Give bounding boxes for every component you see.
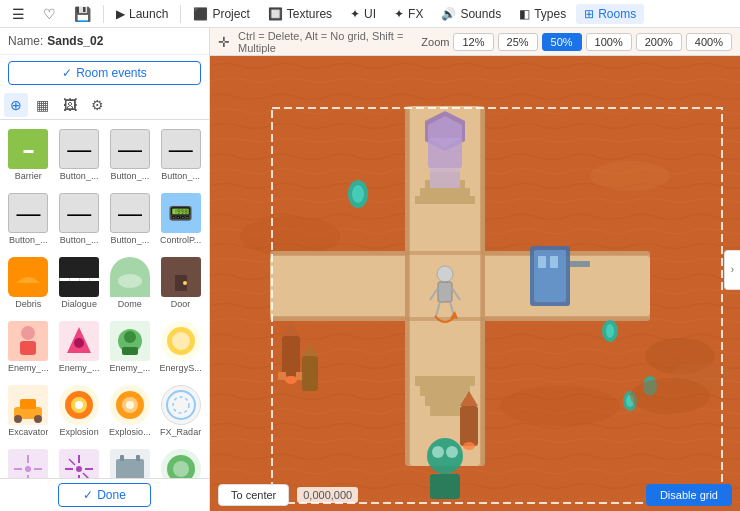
tab-settings[interactable]: ⚙ [85, 93, 110, 117]
list-item[interactable]: Enemy_... [55, 316, 104, 378]
zoom-200[interactable]: 200% [636, 33, 682, 51]
name-label: Name: [8, 34, 43, 48]
svg-point-101 [446, 446, 458, 458]
toolbar-fx[interactable]: ✦ FX [386, 4, 431, 24]
object-thumb: — [161, 129, 201, 169]
svg-rect-40 [136, 455, 140, 461]
tab-tiles[interactable]: ▦ [30, 93, 55, 117]
svg-rect-15 [20, 399, 36, 409]
svg-point-10 [124, 331, 136, 343]
svg-rect-58 [420, 386, 470, 396]
fx-label: FX [408, 7, 423, 21]
sounds-label: Sounds [460, 7, 501, 21]
svg-rect-53 [270, 251, 650, 255]
list-item[interactable]: — Button_... [55, 124, 104, 186]
save-icon: 💾 [74, 6, 91, 22]
svg-point-26 [25, 466, 31, 472]
menu-button[interactable]: ☰ [4, 3, 33, 25]
svg-rect-93 [460, 406, 478, 446]
svg-point-16 [14, 415, 22, 423]
svg-rect-56 [481, 106, 485, 466]
toolbar-types[interactable]: ◧ Types [511, 4, 574, 24]
svg-point-20 [75, 401, 83, 409]
toolbar-launch[interactable]: ▶ Launch [108, 4, 176, 24]
save-button[interactable]: 💾 [66, 3, 99, 25]
list-item[interactable]: Gather... [156, 444, 205, 478]
toolbar-rooms[interactable]: ⊞ Rooms [576, 4, 644, 24]
list-item[interactable]: ▬ Barrier [4, 124, 53, 186]
divider-2 [180, 5, 181, 23]
svg-rect-57 [415, 376, 475, 386]
object-thumb: — [59, 193, 99, 233]
panel-collapse-handle[interactable]: › [724, 250, 740, 290]
object-thumb: — [8, 193, 48, 233]
list-item[interactable]: Excavator [4, 380, 53, 442]
tab-backgrounds[interactable]: 🖼 [57, 93, 83, 117]
svg-rect-60 [430, 406, 460, 416]
fx-icon: ✦ [394, 7, 404, 21]
menu-icon: ☰ [12, 6, 25, 22]
object-thumb: — [110, 129, 150, 169]
game-canvas[interactable] [210, 56, 740, 511]
toolbar-textures[interactable]: 🔲 Textures [260, 4, 340, 24]
launch-icon: ▶ [116, 7, 125, 21]
zoom-label: Zoom [421, 36, 449, 48]
svg-rect-68 [430, 168, 460, 188]
svg-point-31 [76, 466, 82, 472]
object-name: Button_... [60, 235, 99, 245]
list-item[interactable]: — Button_... [55, 188, 104, 250]
zoom-100[interactable]: 100% [586, 33, 632, 51]
favorites-button[interactable]: ♡ [35, 3, 64, 25]
list-item[interactable]: — Button_... [156, 124, 205, 186]
svg-point-17 [34, 415, 42, 423]
rooms-icon: ⊞ [584, 7, 594, 21]
done-label: Done [97, 488, 126, 502]
svg-rect-88 [282, 336, 300, 376]
list-item[interactable]: Enemy_... [4, 316, 53, 378]
tab-objects[interactable]: ⊕ [4, 93, 28, 117]
top-toolbar: ☰ ♡ 💾 ▶ Launch ⬛ Project 🔲 Textures ✦ UI… [0, 0, 740, 28]
list-item[interactable]: — Button_... [106, 188, 155, 250]
list-item[interactable]: Gates [106, 444, 155, 478]
svg-point-48 [500, 386, 620, 426]
zoom-400[interactable]: 400% [686, 33, 732, 51]
toolbar-project[interactable]: ⬛ Project [185, 4, 257, 24]
list-item[interactable]: — Button_... [106, 124, 155, 186]
list-item[interactable]: Dome [106, 252, 155, 314]
zoom-25[interactable]: 25% [498, 33, 538, 51]
object-name: Button_... [111, 171, 150, 181]
object-thumb [8, 321, 48, 361]
ui-icon: ✦ [350, 7, 360, 21]
svg-point-47 [590, 161, 670, 191]
object-name: Button_... [111, 235, 150, 245]
list-item[interactable]: FX_Radar [156, 380, 205, 442]
to-center-button[interactable]: To center [218, 484, 289, 506]
object-name: ControlP... [160, 235, 201, 245]
done-button[interactable]: ✓ Done [58, 483, 151, 507]
list-item[interactable]: 📟 ControlP... [156, 188, 205, 250]
canvas-area: ✛ Ctrl = Delete, Alt = No grid, Shift = … [210, 28, 740, 511]
toolbar-ui[interactable]: ✦ UI [342, 4, 384, 24]
disable-grid-button[interactable]: Disable grid [646, 484, 732, 506]
toolbar-sounds[interactable]: 🔊 Sounds [433, 4, 509, 24]
list-item[interactable]: FX_Spar... [55, 444, 104, 478]
list-item[interactable]: EnergyS... [156, 316, 205, 378]
list-item[interactable]: ▬▬▬▬ Dialogue [55, 252, 104, 314]
list-item[interactable]: FX_Spark [4, 444, 53, 478]
name-row: Name: Sands_02 [0, 28, 209, 55]
object-name: Excavator [8, 427, 48, 437]
list-item[interactable]: Explosion [55, 380, 104, 442]
room-events-button[interactable]: ✓ Room events [8, 61, 201, 85]
canvas-hint: Ctrl = Delete, Alt = No grid, Shift = Mu… [238, 30, 409, 54]
list-item[interactable]: Door [156, 252, 205, 314]
zoom-50[interactable]: 50% [542, 33, 582, 51]
zoom-12[interactable]: 12% [453, 33, 493, 51]
list-item[interactable]: Debris [4, 252, 53, 314]
crosshair-icon: ✛ [218, 34, 230, 50]
list-item[interactable]: Explosio... [106, 380, 155, 442]
object-grid-inner: ▬ Barrier — Button_... — Button_... — Bu… [4, 124, 205, 478]
object-name: Explosion [60, 427, 99, 437]
list-item[interactable]: — Button_... [4, 188, 53, 250]
list-item[interactable]: Enemy_... [106, 316, 155, 378]
object-name: EnergyS... [160, 363, 202, 373]
